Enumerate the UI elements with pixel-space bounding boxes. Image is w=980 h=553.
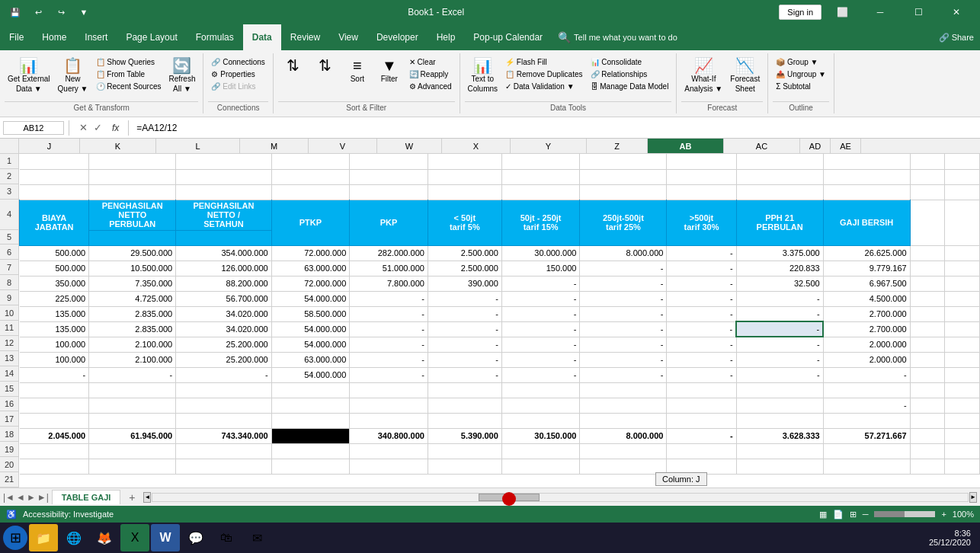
cell-ac11[interactable]: 2.700.000	[823, 306, 910, 321]
zoom-in-button[interactable]: +	[941, 510, 946, 519]
header-penghasilan-netto[interactable]: PENGHASILANNETTOPERBULAN	[89, 200, 176, 230]
cell-ac7[interactable]: 26.625.000	[823, 245, 910, 261]
cell-z8[interactable]: -	[667, 261, 736, 276]
col-header-x[interactable]: X	[442, 139, 511, 153]
cell-ab14[interactable]: -	[736, 352, 823, 367]
recent-sources-button[interactable]: 🕐 Recent Sources	[93, 81, 165, 92]
row-header-17[interactable]: 17	[0, 411, 19, 427]
add-sheet-button[interactable]: +	[123, 491, 140, 504]
col-header-ae[interactable]: AE	[831, 139, 861, 153]
row-header-5[interactable]: 5	[0, 230, 19, 245]
cell-w12[interactable]: -	[428, 321, 501, 337]
cell-z15[interactable]: -	[667, 367, 736, 382]
cell-ac9[interactable]: 6.967.500	[823, 276, 910, 291]
col-header-ab[interactable]: AB	[648, 139, 724, 153]
col-header-m[interactable]: M	[240, 139, 309, 153]
cell-l1[interactable]	[176, 154, 271, 169]
cell-ac15[interactable]: -	[823, 367, 910, 382]
cell-v12[interactable]: -	[350, 321, 428, 337]
start-button[interactable]: ⊞	[3, 526, 27, 550]
cell-x1[interactable]	[501, 154, 580, 169]
col-header-y[interactable]: Y	[511, 139, 587, 153]
refresh-all-button[interactable]: 🔄 Refresh All ▼	[165, 56, 198, 94]
relationships-button[interactable]: 🔗 Relationships	[588, 69, 672, 80]
name-box[interactable]	[3, 121, 64, 135]
col-header-k[interactable]: K	[80, 139, 156, 153]
cell-v8[interactable]: 51.000.000	[350, 261, 428, 276]
teams-button[interactable]: 💬	[181, 524, 210, 551]
cell-z11[interactable]: -	[667, 306, 736, 321]
cell-y19[interactable]: 8.000.000	[580, 428, 667, 443]
cell-l14[interactable]: 25.200.000	[176, 352, 271, 367]
sort-za-button[interactable]: ⇅	[310, 56, 341, 75]
remove-duplicates-button[interactable]: 📋 Remove Duplicates	[502, 69, 585, 80]
group-button[interactable]: 📦 Group ▼	[773, 56, 829, 68]
cell-ac14[interactable]: 2.000.000	[823, 352, 910, 367]
cell-k11[interactable]: 2.835.000	[89, 306, 176, 321]
cell-k14[interactable]: 2.100.000	[89, 352, 176, 367]
row-header-6[interactable]: 6	[0, 245, 19, 260]
firefox-button[interactable]: 🦊	[90, 524, 119, 551]
header-biaya-jabatan[interactable]: BIAYAJABATAN	[20, 200, 89, 245]
cell-m1[interactable]	[271, 154, 350, 169]
header-50jt[interactable]: < 50jttarif 5%	[428, 200, 501, 245]
text-to-columns-button[interactable]: 📊 Text to Columns	[465, 56, 501, 94]
row-header-14[interactable]: 14	[0, 366, 19, 382]
cell-v7[interactable]: 282.000.000	[350, 245, 428, 261]
cell-k7[interactable]: 29.500.000	[89, 245, 176, 261]
tab-data[interactable]: Data	[243, 24, 281, 50]
clear-button[interactable]: ✕ Clear	[406, 56, 455, 68]
properties-button[interactable]: ⚙ Properties	[208, 69, 267, 80]
cell-z9[interactable]: -	[667, 276, 736, 291]
view-pagebreak-button[interactable]: ⊞	[850, 510, 857, 519]
cell-k19[interactable]: 61.945.000	[89, 428, 176, 443]
manage-data-model-button[interactable]: 🗄 Manage Data Model	[588, 81, 672, 92]
formula-input[interactable]	[133, 123, 977, 133]
sheet-tab-table-gaji[interactable]: TABLE GAJI	[52, 490, 121, 504]
maximize-button[interactable]: ☐	[901, 0, 936, 24]
tab-developer[interactable]: Developer	[367, 24, 428, 50]
cell-m9[interactable]: 72.000.000	[271, 276, 350, 291]
what-if-analysis-button[interactable]: 📈 What-If Analysis ▼	[681, 56, 725, 94]
cell-y1[interactable]	[580, 154, 667, 169]
tab-page-layout[interactable]: Page Layout	[117, 24, 186, 50]
cell-l7[interactable]: 354.000.000	[176, 245, 271, 261]
cell-l9[interactable]: 88.200.000	[176, 276, 271, 291]
view-normal-button[interactable]: ▦	[819, 510, 827, 519]
forecast-sheet-button[interactable]: 📉 Forecast Sheet	[727, 56, 763, 94]
row-header-13[interactable]: 13	[0, 351, 19, 366]
header-penghasilan-netto-setahun[interactable]: PENGHASILANNETTO /SETAHUN	[176, 200, 271, 230]
cancel-formula-button[interactable]: ✕	[77, 122, 90, 133]
cell-j13[interactable]: 100.000	[20, 337, 89, 352]
cell-k10[interactable]: 4.725.000	[89, 291, 176, 306]
cell-m12[interactable]: 54.000.000	[271, 321, 350, 337]
view-layout-button[interactable]: 📄	[833, 510, 844, 519]
cell-k12[interactable]: 2.835.000	[89, 321, 176, 337]
ungroup-button[interactable]: 📤 Ungroup ▼	[773, 69, 829, 80]
cell-ac10[interactable]: 4.500.000	[823, 291, 910, 306]
cell-ac13[interactable]: 2.000.000	[823, 337, 910, 352]
row-header-15[interactable]: 15	[0, 382, 19, 397]
cell-w1[interactable]	[428, 154, 501, 169]
cell-ac19[interactable]: 57.271.667	[823, 428, 910, 443]
cell-ab12-active[interactable]: -	[736, 321, 823, 337]
sheet-nav-first[interactable]: |◄	[3, 492, 14, 503]
cell-w10[interactable]: -	[428, 291, 501, 306]
cell-y10[interactable]: -	[580, 291, 667, 306]
cell-ab9[interactable]: 32.500	[736, 276, 823, 291]
show-queries-button[interactable]: 📋 Show Queries	[93, 56, 165, 68]
row-header-3[interactable]: 3	[0, 184, 19, 200]
close-button[interactable]: ✕	[939, 0, 974, 24]
cell-x19[interactable]: 30.150.000	[501, 428, 580, 443]
cell-v19[interactable]: 340.800.000	[350, 428, 428, 443]
cell-y12[interactable]: -	[580, 321, 667, 337]
tab-popup-calendar[interactable]: Pop-up Calendar	[464, 24, 552, 50]
col-header-j[interactable]: J	[19, 139, 80, 153]
file-explorer-button[interactable]: 📁	[29, 524, 58, 551]
data-validation-button[interactable]: ✓ Data Validation ▼	[502, 81, 585, 92]
cell-z14[interactable]: -	[667, 352, 736, 367]
mail-button[interactable]: ✉	[242, 524, 271, 551]
cell-m10[interactable]: 54.000.000	[271, 291, 350, 306]
cell-ab15[interactable]: -	[736, 367, 823, 382]
header-ptkp[interactable]: PTKP	[271, 200, 350, 245]
